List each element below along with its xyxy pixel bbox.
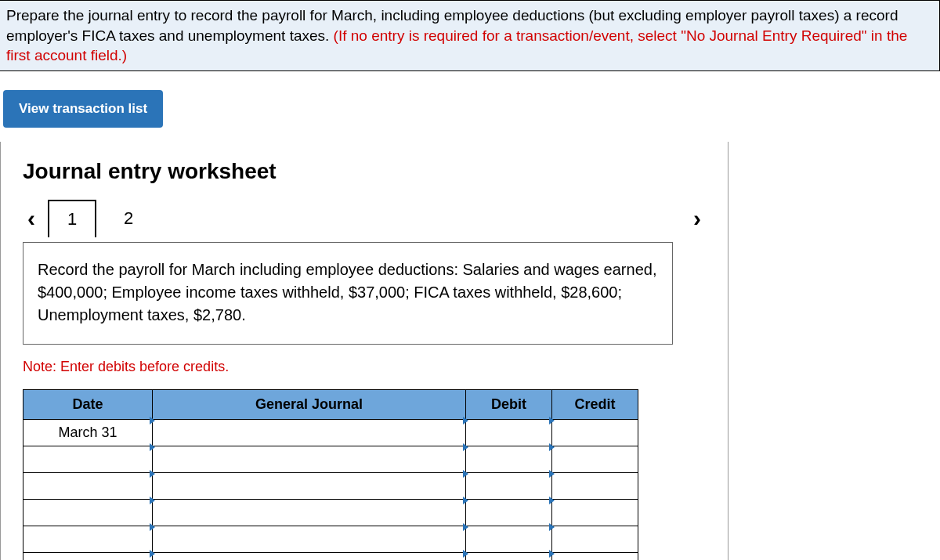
table-row: March 31	[24, 419, 638, 446]
table-row	[24, 472, 638, 499]
cell-date[interactable]	[24, 526, 153, 552]
entry-description: Record the payroll for March including e…	[23, 242, 673, 345]
journal-table: Date General Journal Debit Credit March …	[23, 389, 638, 560]
worksheet-title: Journal entry worksheet	[23, 159, 706, 184]
dropdown-marker-icon	[150, 523, 155, 531]
dropdown-marker-icon	[463, 417, 468, 425]
instructions-banner: Prepare the journal entry to record the …	[0, 0, 940, 71]
cell-general-journal[interactable]	[153, 526, 466, 552]
cell-date[interactable]	[24, 499, 153, 526]
col-header-general-journal: General Journal	[153, 389, 466, 419]
cell-debit[interactable]	[466, 526, 552, 552]
cell-debit[interactable]	[466, 472, 552, 499]
cell-general-journal[interactable]	[153, 499, 466, 526]
chevron-right-icon[interactable]: ›	[689, 205, 706, 232]
worksheet-panel: Journal entry worksheet ‹ 1 2 › Record t…	[0, 142, 728, 560]
table-row	[24, 526, 638, 552]
dropdown-marker-icon	[463, 470, 468, 478]
dropdown-marker-icon	[463, 497, 468, 504]
dropdown-marker-icon	[549, 550, 555, 558]
dropdown-marker-icon	[463, 550, 468, 558]
cell-credit[interactable]	[552, 552, 638, 560]
cell-credit[interactable]	[552, 472, 638, 499]
view-transaction-list-button[interactable]: View transaction list	[3, 90, 163, 128]
cell-credit[interactable]	[552, 499, 638, 526]
cell-credit[interactable]	[552, 446, 638, 472]
table-row	[24, 499, 638, 526]
col-header-credit: Credit	[552, 389, 638, 419]
dropdown-marker-icon	[150, 470, 155, 478]
dropdown-marker-icon	[463, 443, 468, 451]
cell-general-journal[interactable]	[153, 552, 466, 560]
dropdown-marker-icon	[150, 497, 155, 504]
dropdown-marker-icon	[549, 497, 555, 504]
tab-2[interactable]: 2	[104, 200, 153, 237]
dropdown-marker-icon	[549, 417, 555, 425]
cell-credit[interactable]	[552, 526, 638, 552]
cell-credit[interactable]	[552, 419, 638, 446]
cell-debit[interactable]	[466, 446, 552, 472]
dropdown-marker-icon	[549, 443, 555, 451]
dropdown-marker-icon	[463, 523, 468, 531]
cell-general-journal[interactable]	[153, 419, 466, 446]
dropdown-marker-icon	[150, 417, 155, 425]
tab-nav: ‹ 1 2 ›	[23, 200, 706, 237]
cell-general-journal[interactable]	[153, 446, 466, 472]
dropdown-marker-icon	[150, 550, 155, 558]
dropdown-marker-icon	[150, 443, 155, 451]
cell-debit[interactable]	[466, 419, 552, 446]
cell-date[interactable]	[24, 472, 153, 499]
cell-debit[interactable]	[466, 552, 552, 560]
cell-date[interactable]	[24, 552, 153, 560]
table-row	[24, 446, 638, 472]
col-header-date: Date	[24, 389, 153, 419]
chevron-left-icon[interactable]: ‹	[23, 205, 40, 232]
dropdown-marker-icon	[549, 523, 555, 531]
cell-general-journal[interactable]	[153, 472, 466, 499]
cell-debit[interactable]	[466, 499, 552, 526]
tab-1[interactable]: 1	[48, 200, 96, 237]
cell-date[interactable]	[24, 446, 153, 472]
debits-before-credits-note: Note: Enter debits before credits.	[23, 359, 706, 375]
table-row	[24, 552, 638, 560]
cell-date[interactable]: March 31	[24, 419, 153, 446]
dropdown-marker-icon	[549, 470, 555, 478]
col-header-debit: Debit	[466, 389, 552, 419]
